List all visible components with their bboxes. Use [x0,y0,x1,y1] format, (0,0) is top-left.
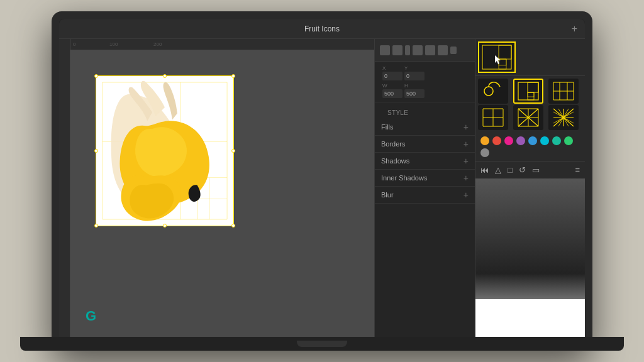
mask-icon[interactable]: □ [508,165,513,175]
x-label: X [382,65,402,71]
w-label: W [382,83,402,89]
shadows-add-icon[interactable]: + [464,156,469,166]
svg-rect-20 [528,92,534,100]
scale-icon[interactable] [450,47,457,54]
flip-icon[interactable] [438,45,448,55]
fills-label: Fills [381,123,464,131]
inner-shadows-add-icon[interactable]: + [464,173,469,183]
laptop-screen: Fruit Icons + 0 100 200 [59,19,585,337]
style-toolbar [375,39,475,62]
canvas-area[interactable]: 0 100 200 [59,39,374,337]
pattern-star[interactable] [548,105,579,130]
x-y-inputs: X Y [379,64,471,82]
y-input[interactable] [404,72,425,80]
color-green[interactable] [564,136,573,145]
ruler-horizontal: 0 100 200 [59,39,374,50]
color-red[interactable] [492,136,501,145]
logo-mark: G [83,307,101,324]
fills-add-icon[interactable]: + [464,122,469,132]
gradient-preview [475,178,585,337]
screen-content: Fruit Icons + 0 100 200 [59,19,585,337]
transform-icon[interactable]: △ [495,165,501,175]
banana-illustration [96,76,233,226]
pattern-grid2[interactable] [478,105,508,130]
align-center-icon[interactable] [392,45,402,55]
distribute-v-icon[interactable] [425,45,435,55]
h-label: H [404,83,425,89]
borders-add-icon[interactable]: + [464,139,469,149]
align-left-icon[interactable] [380,45,390,55]
rotate-icon[interactable]: ↺ [519,165,526,175]
w-h-inputs: W H [379,82,471,99]
blur-add-icon[interactable]: + [464,190,469,200]
ruler-label-200: 200 [153,41,162,47]
ruler-vertical [59,39,70,337]
add-button[interactable]: + [572,23,577,35]
pattern-grid1[interactable] [548,79,579,104]
borders-row[interactable]: Borders + [375,136,475,153]
inner-shadows-row[interactable]: Inner Shadows + [375,170,475,187]
selection-handle-bm[interactable] [163,224,167,228]
laptop-base [20,337,624,351]
fills-row[interactable]: Fills + [375,119,475,136]
svg-text:G: G [86,308,96,324]
color-teal[interactable] [552,136,561,145]
symbol-preview-main[interactable] [478,41,516,73]
shadows-row[interactable]: Shadows + [375,153,475,170]
pattern-squares[interactable] [513,79,543,104]
monitor-icon[interactable]: ▭ [532,165,540,175]
borders-label: Borders [381,140,464,148]
w-input[interactable] [382,89,402,98]
blur-row[interactable]: Blur + [375,187,475,204]
svg-rect-15 [499,45,511,59]
style-panel: X Y W [374,39,475,337]
selection-handle-tm[interactable] [163,74,167,78]
right-panel-toolbar: ⏮ △ □ ↺ ▭ ≡ [475,161,585,178]
ruler-label-100: 100 [109,41,118,47]
canvas-background[interactable]: G [70,50,374,337]
svg-rect-19 [528,82,538,92]
artboard[interactable] [96,75,234,226]
laptop-shell: Fruit Icons + 0 100 200 [52,11,592,351]
more-icon[interactable] [405,45,410,55]
blur-label: Blur [381,191,464,199]
style-label: STYLE [381,106,414,118]
right-panel: ⏮ △ □ ↺ ▭ ≡ [475,39,585,337]
svg-rect-21 [528,92,534,97]
selection-handle-ml[interactable] [94,149,98,153]
color-orange[interactable] [480,136,489,145]
selection-handle-bl[interactable] [94,224,98,228]
y-label: Y [404,65,425,71]
color-palette [475,133,585,161]
symbol-preview-area [475,39,585,76]
color-blue[interactable] [528,136,537,145]
selection-handle-tl[interactable] [94,74,98,78]
pattern-spiral[interactable] [478,79,508,104]
selection-handle-tr[interactable] [231,74,235,78]
style-section: STYLE [375,102,475,119]
main-layout: 0 100 200 [59,39,585,337]
selection-handle-br[interactable] [231,224,235,228]
ruler-label-0: 0 [73,41,75,47]
pattern-cross[interactable] [513,105,543,130]
x-input[interactable] [382,72,402,80]
shadows-label: Shadows [381,157,464,165]
h-input[interactable] [404,89,425,98]
pattern-grid [475,76,585,133]
inner-shadows-label: Inner Shadows [381,174,464,182]
distribute-h-icon[interactable] [413,45,423,55]
color-purple[interactable] [516,136,525,145]
laptop-notch [297,341,347,347]
color-cyan[interactable] [540,136,549,145]
back-icon[interactable]: ⏮ [480,165,489,175]
color-pink[interactable] [504,136,513,145]
document-title: Fruit Icons [304,25,340,33]
svg-rect-16 [499,59,506,69]
title-bar: Fruit Icons + [59,19,585,39]
color-gray[interactable] [480,148,489,157]
settings-icon[interactable]: ≡ [575,165,580,175]
svg-rect-18 [518,82,538,100]
selection-handle-mr[interactable] [231,149,235,153]
white-preview-area [475,299,585,337]
